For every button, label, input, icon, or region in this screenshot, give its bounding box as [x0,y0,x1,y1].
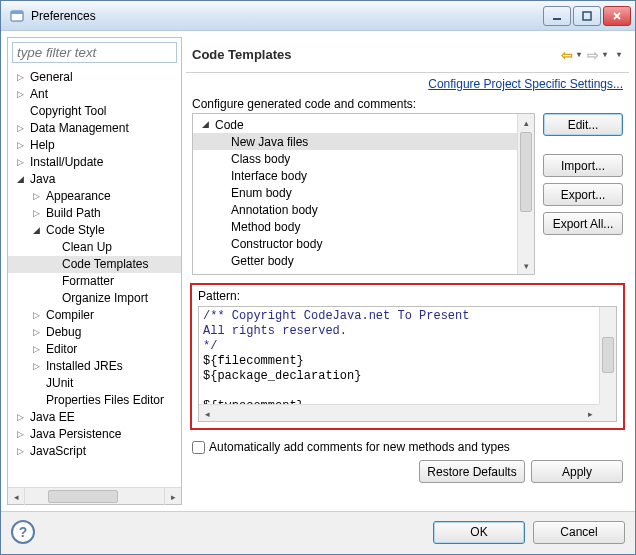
template-item[interactable]: Annotation body [193,201,517,218]
svg-rect-3 [583,12,591,20]
content-pane: Code Templates ⇦ ▾ ⇨ ▾ ▾ Configure Proje… [186,37,629,505]
template-item[interactable]: Interface body [193,167,517,184]
tree-item-label: General [28,69,73,86]
tree-item-label: Ant [28,86,48,103]
view-menu-icon[interactable]: ▾ [615,50,623,59]
tree-item-label: Properties Files Editor [44,392,164,409]
template-item-label: Annotation body [229,203,318,217]
pattern-textarea[interactable]: /** Copyright CodeJava.net To Present Al… [198,306,617,422]
pattern-v-scrollbar[interactable] [599,307,616,404]
window-title: Preferences [31,9,541,23]
tree-item[interactable]: ▷Data Management [8,120,181,137]
scroll-thumb[interactable] [602,337,614,373]
template-buttons: Edit... Import... Export... Export All..… [543,113,623,275]
filter-input[interactable] [12,42,177,63]
tree-item-label: Java EE [28,409,75,426]
tree-item-label: JavaScript [28,443,86,460]
tree-item[interactable]: ▷Help [8,137,181,154]
titlebar: Preferences [1,1,635,31]
scroll-down-icon[interactable]: ▾ [518,257,534,274]
template-item[interactable]: Method body [193,218,517,235]
tree-item[interactable]: ▷Editor [8,341,181,358]
tree-item[interactable]: ◢Java [8,171,181,188]
export-all-button[interactable]: Export All... [543,212,623,235]
tree-item[interactable]: ▷Debug [8,324,181,341]
dialog-footer: ? OK Cancel [1,512,635,554]
back-menu-icon[interactable]: ▾ [575,50,583,59]
edit-button[interactable]: Edit... [543,113,623,136]
tree-item[interactable]: ▷General [8,69,181,86]
app-icon [9,8,25,24]
tree-item[interactable]: Organize Import [8,290,181,307]
template-item[interactable]: Getter body [193,252,517,269]
template-item[interactable]: Class body [193,150,517,167]
template-tree[interactable]: ◢CodeNew Java filesClass bodyInterface b… [192,113,535,275]
scroll-right-icon[interactable]: ▸ [164,488,181,505]
template-item[interactable]: Constructor body [193,235,517,252]
import-button[interactable]: Import... [543,154,623,177]
scroll-up-icon[interactable]: ▴ [518,114,534,131]
template-item[interactable]: New Java files [193,133,517,150]
template-item[interactable]: ◢Code [193,116,517,133]
forward-icon[interactable]: ⇨ [585,47,601,63]
restore-defaults-button[interactable]: Restore Defaults [419,460,525,483]
tree-item-label: Java [28,171,55,188]
template-item[interactable]: Enum body [193,184,517,201]
project-settings-link[interactable]: Configure Project Specific Settings... [428,77,623,91]
tree-item-label: Java Persistence [28,426,121,443]
maximize-button[interactable] [573,6,601,26]
tree-item-label: Build Path [44,205,101,222]
apply-button[interactable]: Apply [531,460,623,483]
tree-item[interactable]: Code Templates [8,256,181,273]
scroll-left-icon[interactable]: ◂ [8,488,25,505]
tree-item[interactable]: Copyright Tool [8,103,181,120]
tree-item-label: Code Style [44,222,105,239]
pattern-h-scrollbar[interactable]: ◂ ▸ [199,404,599,421]
tree-h-scrollbar[interactable]: ◂ ▸ [8,487,181,504]
help-icon[interactable]: ? [11,520,35,544]
auto-comments-label: Automatically add comments for new metho… [209,440,510,454]
ok-button[interactable]: OK [433,521,525,544]
tree-item[interactable]: ▷Ant [8,86,181,103]
tree-item-label: Compiler [44,307,94,324]
scroll-thumb[interactable] [48,490,118,503]
cancel-button[interactable]: Cancel [533,521,625,544]
page-title: Code Templates [192,47,559,62]
back-icon[interactable]: ⇦ [559,47,575,63]
scroll-thumb[interactable] [520,132,532,212]
tree-item-label: Debug [44,324,81,341]
template-v-scrollbar[interactable]: ▴ ▾ [517,114,534,274]
tree-item[interactable]: ▷JavaScript [8,443,181,460]
export-button[interactable]: Export... [543,183,623,206]
tree-item[interactable]: ▷Java EE [8,409,181,426]
tree-item[interactable]: ▷Build Path [8,205,181,222]
tree-item[interactable]: ▷Compiler [8,307,181,324]
tree-item[interactable]: Clean Up [8,239,181,256]
tree-item-label: Code Templates [60,256,149,273]
scroll-corner [599,404,616,421]
category-tree[interactable]: ▷General▷AntCopyright Tool▷Data Manageme… [8,67,181,487]
tree-item[interactable]: ▷Appearance [8,188,181,205]
tree-item-label: Install/Update [28,154,103,171]
template-item-label: Interface body [229,169,307,183]
forward-menu-icon[interactable]: ▾ [601,50,609,59]
tree-item-label: Editor [44,341,77,358]
template-item-label: Method body [229,220,300,234]
tree-item[interactable]: ▷Install/Update [8,154,181,171]
template-item-label: Constructor body [229,237,322,251]
pattern-label: Pattern: [198,289,617,306]
tree-item[interactable]: JUnit [8,375,181,392]
scroll-right-icon[interactable]: ▸ [582,405,599,422]
auto-comments-checkbox[interactable] [192,441,205,454]
tree-item-label: Appearance [44,188,111,205]
tree-item[interactable]: Formatter [8,273,181,290]
tree-item[interactable]: ◢Code Style [8,222,181,239]
scroll-left-icon[interactable]: ◂ [199,405,216,422]
minimize-button[interactable] [543,6,571,26]
close-button[interactable] [603,6,631,26]
tree-item-label: Copyright Tool [28,103,107,120]
tree-item[interactable]: Properties Files Editor [8,392,181,409]
tree-item[interactable]: ▷Installed JREs [8,358,181,375]
tree-item[interactable]: ▷Java Persistence [8,426,181,443]
template-item-label: Getter body [229,254,294,268]
